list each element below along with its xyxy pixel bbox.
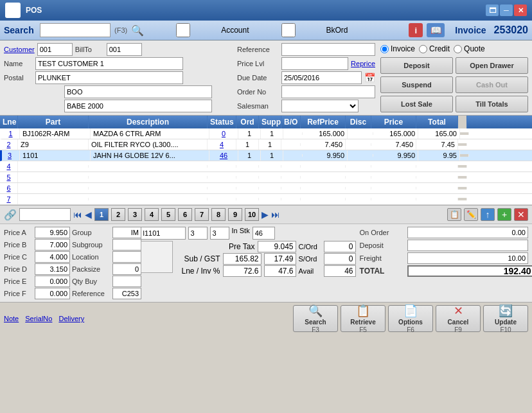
table-row[interactable]: 6	[0, 183, 532, 194]
next-page-button[interactable]: ▶	[262, 209, 269, 220]
close-button[interactable]: ✕	[514, 4, 527, 16]
search-input[interactable]	[40, 23, 111, 37]
salesman-select[interactable]	[281, 100, 359, 112]
row2-status[interactable]: 4	[208, 139, 236, 150]
part-code-input[interactable]	[141, 227, 186, 240]
suspend-button[interactable]: Suspend	[380, 76, 453, 93]
addr2-input[interactable]	[64, 100, 212, 112]
row7-lne[interactable]: 7	[0, 194, 18, 204]
update-footer-button[interactable]: 🔄 Update F10	[483, 305, 528, 332]
last-page-button[interactable]: ⏭	[271, 209, 280, 220]
page-4-button[interactable]: 4	[145, 208, 159, 221]
delete-button[interactable]: ✕	[514, 208, 528, 221]
till-totals-button[interactable]: Till Totals	[456, 96, 528, 112]
subgroup-value[interactable]	[112, 239, 141, 250]
open-drawer-button[interactable]: Open Drawer	[456, 57, 528, 74]
cash-out-button[interactable]: Cash Out	[456, 76, 528, 93]
table-row[interactable]: 3 1101 JAHN H4 GLOBE 12V 6... 46 1 1 9.9…	[0, 150, 532, 161]
page-6-button[interactable]: 6	[178, 208, 192, 221]
page-8-button[interactable]: 8	[211, 208, 226, 221]
copy-button[interactable]: 📋	[447, 208, 461, 221]
row3-status[interactable]: 46	[209, 150, 238, 161]
note-link[interactable]: Note	[4, 315, 19, 322]
order-no-input[interactable]	[281, 85, 375, 98]
minimize-button[interactable]: ─	[500, 4, 513, 16]
cancel-footer-button[interactable]: ✕ Cancel F9	[436, 305, 481, 332]
gst-value[interactable]	[264, 253, 296, 265]
lost-sale-button[interactable]: Lost Sale	[380, 96, 453, 112]
location-value[interactable]	[112, 251, 141, 263]
row5-lne[interactable]: 5	[0, 172, 18, 182]
page-1-button[interactable]: 1	[94, 208, 109, 221]
info-button[interactable]: i	[409, 23, 423, 37]
quote-radio[interactable]: Quote	[454, 44, 485, 53]
row6-lne[interactable]: 6	[0, 183, 18, 193]
row3-lne[interactable]: 3	[2, 150, 20, 161]
customer-id-input[interactable]	[37, 43, 73, 56]
price-f-value[interactable]	[35, 288, 70, 299]
book-button[interactable]: 📖	[427, 23, 445, 37]
group-value[interactable]	[112, 227, 141, 238]
page-7-button[interactable]: 7	[195, 208, 209, 221]
packsize-value[interactable]	[112, 263, 141, 275]
billto-input[interactable]	[107, 43, 142, 56]
page-9-button[interactable]: 9	[228, 208, 242, 221]
table-row[interactable]: 1 BJ1062R-ARM MAZDA 6 CTRL ARM 0 1 1 165…	[0, 128, 532, 139]
price-a-value[interactable]	[35, 227, 70, 238]
bkord-checkbox[interactable]	[253, 23, 324, 37]
row4-lne[interactable]: 4	[0, 161, 18, 171]
search-icon[interactable]: 🔍	[131, 24, 144, 37]
table-row[interactable]: 7	[0, 194, 532, 205]
price-d-value[interactable]	[35, 263, 70, 275]
customer-link[interactable]: Customer	[4, 46, 35, 53]
search-footer-button[interactable]: 🔍 Search F3	[293, 305, 338, 332]
maximize-button[interactable]: 🗖	[486, 4, 499, 16]
page-3-button[interactable]: 3	[128, 208, 142, 221]
edit-button[interactable]: ✏️	[464, 208, 478, 221]
pagination-search-input[interactable]	[19, 208, 71, 221]
page-5-button[interactable]: 5	[161, 208, 175, 221]
delivery-link[interactable]: Delivery	[58, 315, 84, 322]
credit-radio[interactable]: Credit	[419, 44, 450, 53]
price-c-value[interactable]	[35, 251, 70, 263]
retrieve-footer-button[interactable]: 📋 Retrieve F5	[341, 305, 386, 332]
link-icon[interactable]: 🔗	[4, 209, 17, 221]
invoice-radio[interactable]: Invoice	[380, 44, 415, 53]
avail-value[interactable]	[324, 265, 356, 277]
row2-lne[interactable]: 2	[0, 139, 18, 150]
price-b-value[interactable]	[35, 239, 70, 250]
qty-buy-value[interactable]	[112, 276, 141, 287]
addr1-input[interactable]	[64, 85, 212, 98]
row1-lne[interactable]: 1	[2, 128, 20, 139]
postal-input[interactable]	[35, 71, 183, 84]
account-checkbox[interactable]	[148, 23, 218, 37]
page-2-button[interactable]: 2	[111, 208, 125, 221]
on-order-value[interactable]	[407, 227, 528, 238]
up-button[interactable]: ↑	[481, 208, 495, 221]
calendar-icon[interactable]: 📅	[364, 73, 375, 83]
qty2-input[interactable]	[210, 227, 229, 240]
due-date-input[interactable]	[281, 71, 362, 84]
total-value[interactable]	[407, 265, 532, 277]
qty1-input[interactable]	[188, 227, 208, 240]
price-e-value[interactable]	[35, 276, 70, 287]
lne-value[interactable]	[223, 265, 262, 277]
deposit-value[interactable]	[407, 240, 528, 251]
inv-value[interactable]	[264, 265, 296, 277]
first-page-button[interactable]: ⏮	[73, 209, 82, 220]
deposit-button[interactable]: Deposit	[380, 57, 453, 74]
add-button[interactable]: +	[497, 208, 511, 221]
reference-value[interactable]	[112, 288, 141, 299]
row1-status[interactable]: 0	[209, 128, 238, 139]
pretax-value[interactable]	[258, 241, 296, 252]
serial-no-link[interactable]: SerialNo	[25, 315, 52, 322]
table-row[interactable]: 2 Z9 OIL FILTER RYCO (L300.... 4 1 1 7.4…	[0, 139, 532, 150]
sord-value[interactable]	[324, 253, 356, 265]
in-stk-value[interactable]	[253, 227, 275, 240]
reprice-button[interactable]: Reprice	[351, 60, 375, 67]
table-row[interactable]: 5	[0, 172, 532, 183]
name-input[interactable]	[35, 57, 183, 70]
table-row[interactable]: 4	[0, 161, 532, 172]
prev-page-button[interactable]: ◀	[85, 209, 92, 220]
cord-value[interactable]	[324, 241, 356, 252]
